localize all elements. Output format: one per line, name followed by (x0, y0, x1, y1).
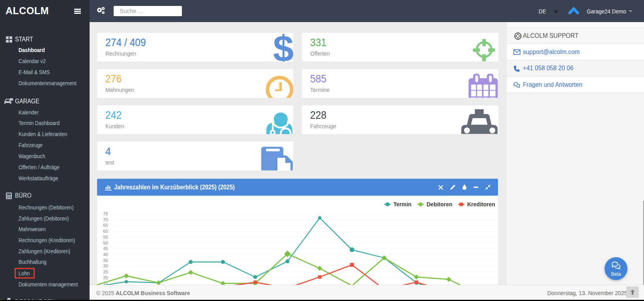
svg-text:Termin: Termin (393, 201, 412, 208)
svg-text:55: 55 (103, 235, 108, 239)
svg-text:50: 50 (103, 241, 108, 245)
svg-text:75: 75 (103, 211, 108, 216)
svg-text:Debitoren: Debitoren (427, 201, 452, 208)
svg-text:40: 40 (103, 252, 108, 257)
svg-text:45: 45 (103, 246, 108, 251)
svg-text:35: 35 (103, 258, 108, 263)
svg-text:60: 60 (103, 229, 108, 234)
svg-text:65: 65 (103, 223, 108, 228)
svg-text:Kreditoren: Kreditoren (467, 201, 495, 208)
svg-text:20: 20 (103, 275, 108, 280)
svg-text:25: 25 (103, 269, 108, 274)
svg-text:30: 30 (103, 264, 108, 268)
svg-text:70: 70 (103, 217, 108, 222)
